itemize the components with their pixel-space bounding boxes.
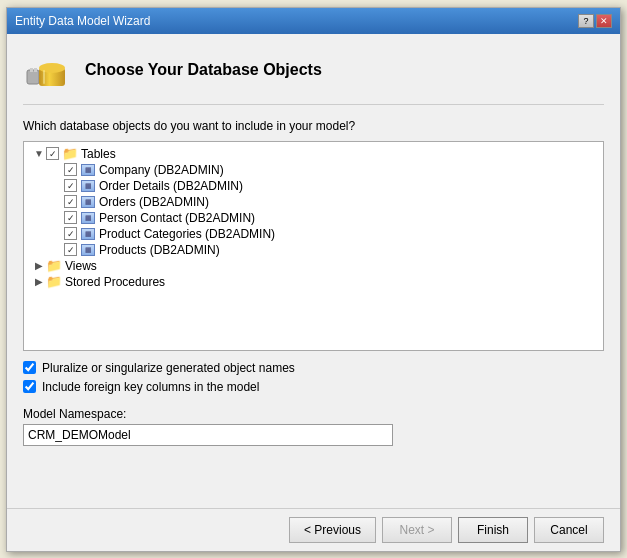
options-section: Pluralize or singularize generated objec… (23, 361, 604, 399)
namespace-label: Model Namespace: (23, 407, 604, 421)
tree-checkbox-tables[interactable] (46, 147, 59, 160)
checkbox-1[interactable] (64, 179, 77, 192)
title-bar-controls: ? ✕ (578, 14, 612, 28)
table-icon-2: ▦ (80, 195, 96, 209)
table-icon-5: ▦ (80, 243, 96, 257)
tree-toggle-stored-proc[interactable]: ▶ (32, 275, 46, 289)
tree-item-3[interactable]: ▶ ▦ Person Contact (DB2ADMIN) (28, 210, 599, 226)
foreign-key-checkbox[interactable] (23, 380, 36, 393)
stored-proc-folder-icon: 📁 (46, 275, 62, 289)
close-button[interactable]: ✕ (596, 14, 612, 28)
next-button[interactable]: Next > (382, 517, 452, 543)
pluralize-label[interactable]: Pluralize or singularize generated objec… (42, 361, 295, 375)
namespace-input[interactable] (23, 424, 393, 446)
foreign-key-row: Include foreign key columns in the model (23, 380, 604, 394)
svg-rect-5 (43, 70, 45, 84)
header-icon-container (23, 46, 71, 94)
header-title: Choose Your Database Objects (85, 61, 322, 79)
table-label-1: Order Details (DB2ADMIN) (99, 179, 243, 193)
finish-button[interactable]: Finish (458, 517, 528, 543)
database-icon (23, 46, 71, 94)
table-icon-3: ▦ (80, 211, 96, 225)
tables-label: Tables (81, 147, 116, 161)
help-button[interactable]: ? (578, 14, 594, 28)
svg-rect-2 (34, 68, 37, 72)
title-bar: Entity Data Model Wizard ? ✕ (7, 8, 620, 34)
table-folder-icon: 📁 (62, 147, 78, 161)
table-icon-0: ▦ (80, 163, 96, 177)
stored-proc-label: Stored Procedures (65, 275, 165, 289)
dialog-footer: < Previous Next > Finish Cancel (7, 508, 620, 551)
pluralize-row: Pluralize or singularize generated objec… (23, 361, 604, 375)
dialog-title: Entity Data Model Wizard (15, 14, 150, 28)
tree-stored-procedures[interactable]: ▶ 📁 Stored Procedures (28, 274, 599, 290)
svg-point-4 (39, 63, 65, 73)
tree-item-5[interactable]: ▶ ▦ Products (DB2ADMIN) (28, 242, 599, 258)
table-icon-4: ▦ (80, 227, 96, 241)
tree-item-1[interactable]: ▶ ▦ Order Details (DB2ADMIN) (28, 178, 599, 194)
tree-item-4[interactable]: ▶ ▦ Product Categories (DB2ADMIN) (28, 226, 599, 242)
views-folder-icon: 📁 (46, 259, 62, 273)
tree-item-2[interactable]: ▶ ▦ Orders (DB2ADMIN) (28, 194, 599, 210)
svg-rect-1 (30, 68, 33, 72)
table-label-4: Product Categories (DB2ADMIN) (99, 227, 275, 241)
checkbox-4[interactable] (64, 227, 77, 240)
table-label-5: Products (DB2ADMIN) (99, 243, 220, 257)
tree-root-tables[interactable]: ▼ 📁 Tables (28, 146, 599, 162)
svg-rect-0 (27, 70, 39, 84)
pluralize-checkbox[interactable] (23, 361, 36, 374)
entity-data-model-wizard-dialog: Entity Data Model Wizard ? ✕ (6, 7, 621, 552)
foreign-key-label[interactable]: Include foreign key columns in the model (42, 380, 259, 394)
tree-views[interactable]: ▶ 📁 Views (28, 258, 599, 274)
tree-item-0[interactable]: ▶ ▦ Company (DB2ADMIN) (28, 162, 599, 178)
cancel-button[interactable]: Cancel (534, 517, 604, 543)
checkbox-3[interactable] (64, 211, 77, 224)
tree-toggle-views[interactable]: ▶ (32, 259, 46, 273)
header-section: Choose Your Database Objects (23, 46, 604, 105)
table-label-2: Orders (DB2ADMIN) (99, 195, 209, 209)
main-content: Choose Your Database Objects Which datab… (7, 34, 620, 508)
table-label-3: Person Contact (DB2ADMIN) (99, 211, 255, 225)
tree-toggle-tables[interactable]: ▼ (32, 147, 46, 161)
question-label: Which database objects do you want to in… (23, 119, 604, 133)
table-icon-1: ▦ (80, 179, 96, 193)
table-label-0: Company (DB2ADMIN) (99, 163, 224, 177)
namespace-section: Model Namespace: (23, 407, 604, 446)
tree-container[interactable]: ▼ 📁 Tables ▶ ▦ Company (DB2ADMIN) ▶ (23, 141, 604, 351)
views-label: Views (65, 259, 97, 273)
checkbox-2[interactable] (64, 195, 77, 208)
previous-button[interactable]: < Previous (289, 517, 376, 543)
checkbox-5[interactable] (64, 243, 77, 256)
checkbox-0[interactable] (64, 163, 77, 176)
